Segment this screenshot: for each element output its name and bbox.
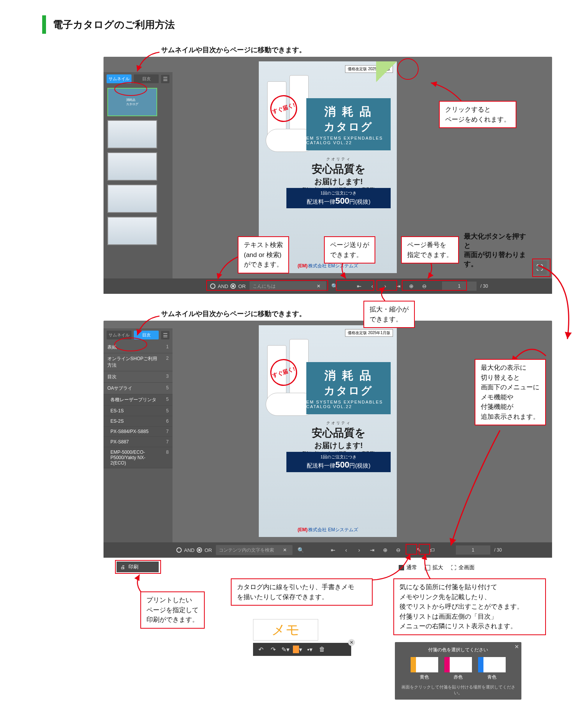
draw-tool-icon[interactable]: ✎ (414, 545, 424, 555)
sticky-note-tool-icon[interactable]: 🏷 (427, 545, 437, 555)
thumbnail-list[interactable]: 消耗品カタログ (104, 86, 173, 247)
catalog-title-panel: 消 耗 品 カタログ EM SYSTEMS EXPENDABLES CATALO… (306, 98, 391, 150)
radio-and[interactable] (210, 283, 215, 289)
callout-thumb-nav-b: サムネイルや目次からページに移動できます。 (161, 309, 306, 318)
page-title: 電子カタログのご利用方法 (53, 18, 175, 31)
toc-item[interactable]: ES-2S6 (104, 416, 173, 427)
catalog-title-panel-b: 消 耗 品 カタログ EM SYSTEMS EXPENDABLES CATALO… (306, 362, 391, 414)
callout-maxview: 最大化の表示に 切り替えると 画面下のメニューに メモ機能や 付箋機能が 追加表… (475, 359, 546, 425)
radio-or-b[interactable] (197, 547, 202, 553)
radio-or[interactable] (230, 283, 236, 289)
print-button[interactable]: 🖨 印刷 (117, 562, 159, 572)
view-mode-normal[interactable]: 通常 (399, 564, 417, 571)
callout-sticky: 気になる箇所に付箋を貼り付けて メモやリンク先を記載したり、 後でリストから呼び… (393, 578, 546, 635)
toc-item[interactable]: オンラインSHOPご利用方法2 (104, 353, 173, 371)
list-view-icon-b[interactable]: ☰ (161, 331, 169, 339)
next-page-icon[interactable]: › (381, 282, 390, 291)
toc-list[interactable]: 表紙1オンラインSHOPご利用方法2目次3OAサプライ5各種レーザープリンタ5E… (104, 342, 173, 468)
toc-item[interactable]: EMP-5000/ECO-P5000/Yakty NX-2(ECO)8 (104, 447, 173, 468)
zoom-in-icon-b[interactable]: ⊕ (381, 545, 390, 555)
callout-max: 最大化ボタンを押すと画面が切り替わります。 (464, 232, 530, 268)
thumbnail-page-1[interactable]: 消耗品カタログ (107, 88, 157, 116)
thumbnail-page-3[interactable] (107, 152, 157, 181)
thumbnail-page-2[interactable] (107, 120, 157, 148)
search-input[interactable]: こんにちは ✕ (250, 281, 326, 291)
catalog-cover-b[interactable]: 価格改定版 2025年1月版 すぐ届く! 消 耗 品 カタログ EM SYSTE… (259, 325, 397, 537)
thumbnail-page-5[interactable] (107, 217, 157, 245)
stroke-width-icon[interactable]: •▾ (305, 645, 314, 654)
color-swatch[interactable]: ▾ (293, 645, 302, 654)
catalog-company-b: (EM)株式会社 EMシステムズ (259, 527, 397, 533)
print-icon: 🖨 (120, 564, 125, 570)
view-mode-full[interactable]: ⛶全画面 (451, 564, 475, 571)
redo-icon[interactable]: ↷ (268, 645, 278, 654)
toolbar-a: AND OR こんにちは ✕ 🔍 ⇤ ‹ › ⇥ ⊕ ⊖ 1 / 30 (104, 278, 552, 294)
view-mode-zoom[interactable]: 拡大 (425, 564, 443, 571)
fullscreen-icon: ⛶ (451, 565, 456, 571)
search-input-b[interactable]: コンテンツ内の文字を検索 ✕ (216, 545, 293, 555)
tab-toc[interactable]: 目次 (134, 74, 159, 83)
callout-pager: ページ送りができます。 (324, 236, 375, 264)
first-page-icon[interactable]: ⇤ (355, 282, 364, 291)
page-total: / 30 (480, 283, 488, 289)
sticky-panel-footer: 画面をクリックして付箋を貼り付ける場所を選択してください。 (400, 684, 516, 696)
first-page-icon-b[interactable]: ⇤ (329, 545, 338, 555)
close-icon[interactable]: ✕ (348, 639, 355, 646)
sticky-color-blue[interactable] (478, 657, 506, 672)
draw-toolbar: ✕ ↶ ↷ ✎▾ ▾ •▾ 🗑 (253, 643, 351, 656)
toc-item[interactable]: OAサプライ5 (104, 383, 173, 394)
view-mode-bar: 通常 拡大 ⛶全画面 (395, 562, 552, 573)
prev-page-icon[interactable]: ‹ (368, 282, 377, 291)
callout-search: テキスト検索(and or 検索)ができます。 (238, 236, 289, 273)
last-page-icon-b[interactable]: ⇥ (368, 545, 377, 555)
catalog-shipping-bar: 1回のご注文につき 配送料一律500円(税抜) (286, 188, 391, 208)
tab-thumbnails[interactable]: サムネイル (107, 74, 131, 83)
prev-page-icon-b[interactable]: ‹ (342, 545, 351, 555)
highlight-circle-dogear (397, 58, 419, 80)
zoom-in-icon[interactable]: ⊕ (407, 282, 416, 291)
page-title-wrap: 電子カタログのご利用方法 (42, 15, 530, 34)
sticky-color-red[interactable] (444, 657, 472, 672)
catalog-quality-text: クオリティ 安心品質を お届けします! EMサプライは全て純正品。だから高品質! (286, 156, 391, 192)
tab-toc-b[interactable]: 目次 (134, 331, 159, 339)
viewer-b: サムネイル 目次 ☰ 表紙1オンラインSHOPご利用方法2目次3OAサプライ5各… (104, 321, 552, 558)
callout-thumb-nav-a: サムネイルや目次からページに移動できます。 (161, 45, 306, 54)
page-curl-icon[interactable] (376, 61, 397, 82)
search-clear-icon-b[interactable]: ✕ (280, 545, 289, 555)
title-accent-bar (42, 15, 46, 34)
undo-icon[interactable]: ↶ (256, 645, 265, 654)
page-number-input-b[interactable]: 1 (456, 545, 490, 555)
list-view-icon[interactable]: ☰ (161, 75, 169, 83)
zoom-out-icon-b[interactable]: ⊖ (394, 545, 403, 555)
toc-item[interactable]: PX-S8877 (104, 437, 173, 447)
catalog-shipping-bar-b: 1回のご注文につき 配送料一律500円(税抜) (286, 452, 391, 472)
search-mode-group: AND OR (210, 283, 246, 289)
toc-item[interactable]: 表紙1 (104, 342, 173, 353)
toolbar-b: AND OR コンテンツ内の文字を検索 ✕ 🔍 ⇤ ‹ › ⇥ ⊕ ⊖ ✎ 🏷 (104, 542, 552, 558)
close-icon[interactable]: ✕ (514, 644, 519, 650)
thumbnail-page-4[interactable] (107, 184, 157, 213)
callout-page-turn: クリックするとページをめくれます。 (439, 101, 516, 128)
toc-item[interactable]: PX-S884/PX-S8857 (104, 427, 173, 437)
maximize-button[interactable]: ⛶ (533, 261, 547, 275)
pencil-icon[interactable]: ✎▾ (281, 645, 290, 654)
page-number-input[interactable]: 1 (442, 282, 477, 291)
search-icon-b[interactable]: 🔍 (296, 545, 306, 555)
trash-icon[interactable]: 🗑 (317, 645, 327, 654)
sticky-color-yellow[interactable] (411, 657, 438, 672)
toc-item[interactable]: 各種レーザープリンタ5 (104, 394, 173, 406)
tab-thumbnails-b[interactable]: サムネイル (107, 331, 131, 339)
toc-item[interactable]: 目次3 (104, 371, 173, 383)
sidebar-b: サムネイル 目次 ☰ 表紙1オンラインSHOPご利用方法2目次3OAサプライ5各… (104, 328, 173, 542)
radio-and-b[interactable] (176, 547, 182, 553)
search-icon[interactable]: 🔍 (330, 282, 339, 291)
search-clear-icon[interactable]: ✕ (314, 282, 323, 291)
zoom-out-icon[interactable]: ⊖ (420, 282, 429, 291)
memo-sample: メモ ✕ ↶ ↷ ✎▾ ▾ •▾ 🗑 (253, 619, 351, 656)
next-page-icon-b[interactable]: › (355, 545, 364, 555)
callout-draw: カタログ内に線を引いたり、手書きメモを描いたりして保存できます。 (231, 578, 373, 606)
catalog-quality-text-b: クオリティ 安心品質を お届けします! EMサプライは全て純正品。だから高品質! (286, 420, 391, 456)
toc-item[interactable]: ES-1S5 (104, 406, 173, 416)
memo-canvas: メモ (253, 619, 318, 641)
last-page-icon[interactable]: ⇥ (394, 282, 403, 291)
